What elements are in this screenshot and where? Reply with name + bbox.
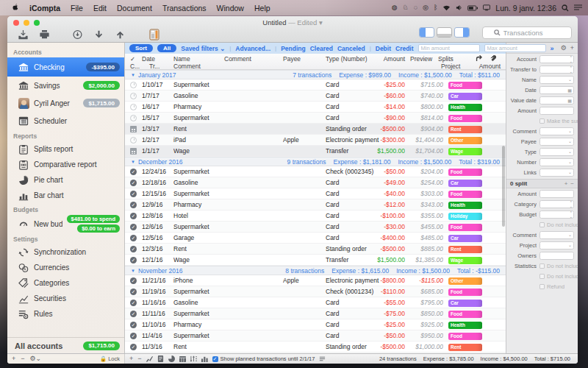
disclosure-triangle[interactable]: ▼ [131,269,135,273]
inspector-gear-icon[interactable]: ⚙ [561,44,567,52]
comment-field[interactable] [539,127,574,135]
cleared-icon[interactable]: ✓ [130,311,139,318]
inspector-checkbox[interactable]: Do not include in... [539,263,578,269]
number-field[interactable] [539,158,574,166]
sidebar-item-currencies[interactable]: Currencies [7,260,124,275]
status-app3-icon[interactable]: ◌ [414,4,417,11]
col-amount2[interactable]: Amount [459,63,501,70]
menu-help[interactable]: Help [249,4,276,13]
advanced-filter-button[interactable]: Advanced... [235,45,270,52]
category-field[interactable] [539,200,574,208]
cleared-icon[interactable]: ✓ [130,213,139,220]
planned-icon[interactable] [130,148,139,155]
cleared-icon[interactable]: ✓ [130,344,139,351]
cleared-icon[interactable]: ✓ [130,169,139,176]
inspector-checkbox[interactable]: Do not include in... [510,273,578,280]
status-app2-icon[interactable]: ♘ [403,4,409,11]
transaction-row[interactable]: ✓12/3/16RentStanding order-$500.00$885.0… [125,244,506,255]
credit-filter-button[interactable]: Credit [395,45,414,52]
sidebar-item-synchronization[interactable]: Synchronization [7,244,124,260]
account-field[interactable] [539,55,574,63]
cleared-icon[interactable]: ✓ [130,246,139,253]
all-accounts-row[interactable]: All accounts $1,715.00 [7,337,124,353]
date-field[interactable] [539,86,574,94]
inspector-checkbox[interactable]: Refund [510,283,564,290]
col-amount[interactable]: Amount [342,55,405,63]
cleared-icon[interactable]: ✓ [130,202,139,209]
balance-graph-icon[interactable] [146,355,153,362]
pending-icon[interactable] [130,82,139,89]
sidebar-item-categories[interactable]: Categories [7,275,124,291]
deposit-button[interactable] [72,29,83,40]
print-button[interactable] [39,29,50,40]
transaction-row[interactable]: ✓12/6/16SupermarketCard-$30.00$455.00Foo… [125,222,506,233]
transaction-row[interactable]: 1/3/17RentStanding order-$500.00$904.00R… [125,124,506,135]
disclosure-triangle[interactable]: ▼ [131,160,135,164]
menu-app-name[interactable]: iCompta [24,4,65,13]
amount-field[interactable] [539,190,574,198]
split-remove-button[interactable]: − [570,180,574,187]
project-field[interactable] [539,241,574,250]
pending-icon[interactable] [130,93,139,100]
bluetooth-icon[interactable]: ᛒ [434,4,437,11]
report-icon[interactable] [157,355,164,362]
wifi-icon[interactable] [442,4,451,11]
menu-document[interactable]: Document [112,4,157,13]
min-amount-input[interactable] [418,44,480,52]
show-planned-checkbox[interactable]: ✓Show planned transactions until 2/1/17 [212,355,315,362]
menu-window[interactable]: Window [212,4,249,13]
transaction-row[interactable]: 1/2/17iPadAppleElectronic payment-$300.0… [125,135,506,146]
sidebar-item-new-budget[interactable]: New budget$481.00 to spend$0.00 to earn [7,215,124,233]
amount-field[interactable] [539,107,574,115]
transaction-row[interactable]: ✓12/18/16GasolineCard-$49.00$254.00Car [125,177,506,188]
cleared-icon[interactable]: ✓ [130,180,139,187]
transaction-row[interactable]: ✓11/21/16iPhoneAppleElectronic payment-$… [125,275,506,286]
cleared-icon[interactable]: ✓ [130,191,139,198]
comment-field[interactable] [539,231,574,239]
cleared-icon[interactable]: ✓ [130,277,139,285]
import-button[interactable] [18,29,29,40]
status-app1-icon[interactable]: ◍ [392,4,398,11]
toggle-inspector-button[interactable] [454,27,470,38]
transaction-row[interactable]: ✓12/24/16SupermarketCheck (0002345)-$50.… [125,166,506,177]
links-field[interactable] [539,169,574,177]
sidebar-item-bar-chart[interactable]: Bar chart [7,188,124,203]
volume-icon[interactable] [456,4,462,11]
withdraw-button[interactable] [93,29,104,40]
menu-edit[interactable]: Edit [88,4,112,13]
menu-file[interactable]: File [65,4,88,13]
search-field[interactable] [482,26,572,39]
col-c[interactable]: C... [130,63,140,70]
canceled-filter-button[interactable]: Canceled [337,45,365,52]
add-transaction-button[interactable]: + [129,355,133,362]
calendar-view-icon[interactable] [179,355,186,362]
battery-icon[interactable] [467,5,478,11]
col-project[interactable]: Project [441,63,460,70]
transaction-row[interactable]: ✓12/1/16WageTransfer$1,500.00$1,385.00Wa… [125,255,506,266]
type-field[interactable] [539,148,574,156]
apple-menu-icon[interactable] [6,3,24,13]
filter-all-button[interactable]: All [157,44,176,52]
owners-field[interactable] [539,252,574,260]
cleared-icon[interactable]: ✓ [130,333,139,340]
cleared-icon[interactable]: ✓ [130,224,139,231]
pending-icon[interactable] [130,137,139,144]
lock-button[interactable]: 🔒Lock [100,355,120,362]
saved-filters-button[interactable]: Saved filters ⌄ [181,45,225,52]
col-tr[interactable]: Tr... [149,63,159,70]
pie-icon[interactable] [168,355,175,362]
payee-field[interactable] [539,138,574,146]
max-amount-input[interactable] [484,44,546,52]
spotlight-icon[interactable] [562,4,569,12]
transaction-row[interactable]: ✓11/19/16SupermarketCheck (0001234)-$110… [125,286,506,297]
sidebar-item-cyril-anger[interactable]: Cyril Anger$1,715.00 [7,94,124,112]
add-account-button[interactable]: + [12,355,15,362]
col-date[interactable]: Date [142,55,155,63]
disclosure-triangle[interactable]: ▼ [131,73,135,77]
transfer-up-button[interactable] [115,29,126,40]
col-check[interactable]: ✓ [130,55,135,63]
transaction-row[interactable]: 1/1/17WageTransfer$1,500.00$1,704.00Wage [125,146,506,157]
cleared-icon[interactable]: ✓ [130,257,139,264]
inspector-checkbox[interactable]: Make the sum of... [510,118,578,124]
cleared-filter-button[interactable]: Cleared [310,45,333,52]
